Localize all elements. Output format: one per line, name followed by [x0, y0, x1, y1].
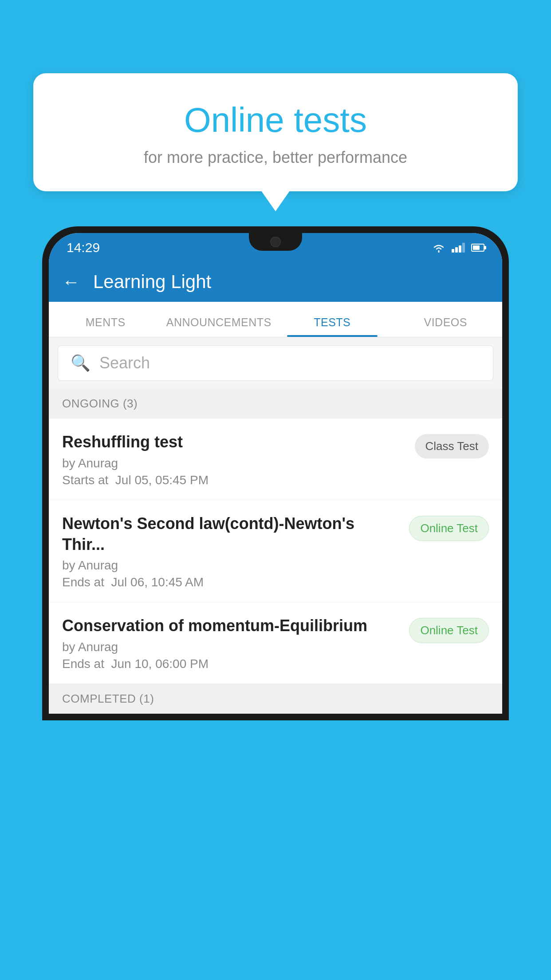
search-placeholder: Search [99, 354, 150, 372]
tab-bar: MENTS ANNOUNCEMENTS TESTS VIDEOS [49, 302, 502, 337]
test-time: Ends at Jul 06, 10:45 AM [62, 575, 400, 589]
phone-screen: 14:29 [49, 233, 502, 714]
test-item[interactable]: Conservation of momentum-Equilibrium by … [49, 602, 502, 684]
phone-wrapper: 14:29 [42, 226, 509, 980]
test-time: Starts at Jul 05, 05:45 PM [62, 473, 406, 487]
test-list: Reshuffling test by Anurag Starts at Jul… [49, 419, 502, 684]
phone-outer: 14:29 [42, 226, 509, 720]
battery-icon [471, 244, 484, 252]
speech-bubble: Online tests for more practice, better p… [33, 73, 518, 191]
test-content: Conservation of momentum-Equilibrium by … [62, 616, 400, 671]
search-bar[interactable]: 🔍 Search [58, 345, 493, 381]
test-content: Reshuffling test by Anurag Starts at Jul… [62, 432, 406, 487]
ongoing-section-header: ONGOING (3) [49, 389, 502, 419]
test-item[interactable]: Reshuffling test by Anurag Starts at Jul… [49, 419, 502, 500]
app-title: Learning Light [93, 271, 211, 292]
bubble-title: Online tests [55, 100, 496, 140]
test-by: by Anurag [62, 558, 400, 573]
test-badge-online: Online Test [409, 516, 489, 541]
search-container: 🔍 Search [49, 337, 502, 389]
test-time: Ends at Jun 10, 06:00 PM [62, 657, 400, 671]
camera [270, 237, 281, 247]
status-time: 14:29 [67, 240, 100, 255]
tab-videos[interactable]: VIDEOS [389, 316, 503, 337]
search-icon: 🔍 [71, 354, 91, 372]
test-badge-class: Class Test [415, 434, 489, 458]
test-by: by Anurag [62, 640, 400, 654]
test-content: Newton's Second law(contd)-Newton's Thir… [62, 514, 400, 590]
test-by: by Anurag [62, 456, 406, 470]
tab-ments[interactable]: MENTS [49, 316, 162, 337]
signal-icon [452, 243, 465, 253]
tab-tests[interactable]: TESTS [276, 316, 389, 337]
notch [249, 233, 302, 251]
status-icons [432, 243, 484, 253]
test-name: Reshuffling test [62, 432, 406, 453]
wifi-icon [432, 243, 445, 253]
status-bar: 14:29 [49, 233, 502, 262]
back-button[interactable]: ← [62, 272, 80, 292]
test-badge-online: Online Test [409, 618, 489, 643]
app-header: ← Learning Light [49, 262, 502, 302]
completed-section-header: COMPLETED (1) [49, 684, 502, 714]
bubble-subtitle: for more practice, better performance [55, 148, 496, 167]
tab-announcements[interactable]: ANNOUNCEMENTS [162, 316, 276, 337]
test-name: Conservation of momentum-Equilibrium [62, 616, 400, 636]
test-name: Newton's Second law(contd)-Newton's Thir… [62, 514, 400, 555]
test-item[interactable]: Newton's Second law(contd)-Newton's Thir… [49, 500, 502, 603]
